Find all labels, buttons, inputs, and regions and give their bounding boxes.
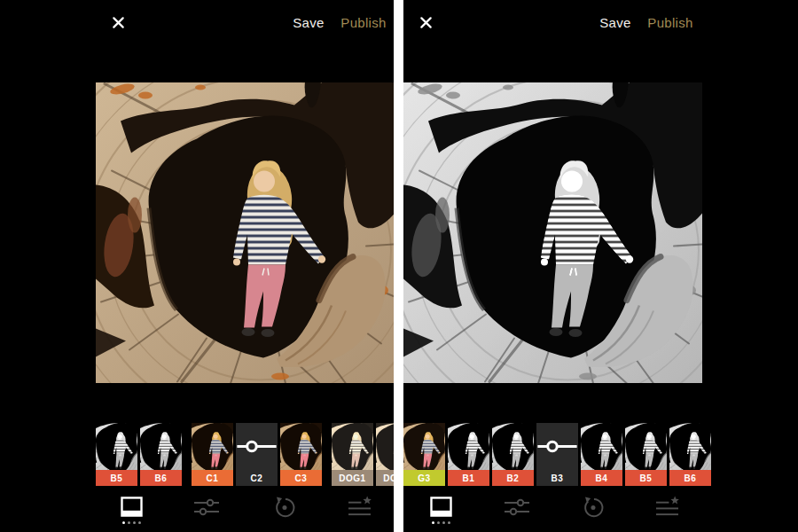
filter-label: C2: [251, 473, 263, 483]
adjust-sliders-icon[interactable]: [502, 495, 532, 530]
filter-tile-b6[interactable]: B6: [669, 423, 711, 486]
filter-strength-slider-icon: [536, 423, 578, 470]
bottom-toolbar: [0, 489, 394, 532]
editor-panel-left: Save Publish B5B6C1C2C3DOG1DOG2: [0, 0, 394, 532]
filter-strip: G3B1B2B3B4B5B6: [403, 423, 798, 487]
filter-tile-c1[interactable]: C1: [192, 423, 233, 486]
filter-label: B1: [463, 473, 475, 483]
filter-thumbnail-image: [581, 423, 622, 470]
filter-thumbnail-image: [669, 423, 711, 470]
filter-label: C1: [207, 473, 219, 483]
close-icon[interactable]: [416, 12, 435, 32]
filter-label: DOG2: [383, 473, 394, 483]
recipes-star-icon[interactable]: [652, 495, 682, 530]
filter-strength-slider-icon: [236, 423, 278, 470]
close-icon[interactable]: [108, 12, 128, 32]
presets-icon: [430, 495, 452, 519]
filter-thumbnail-image: [376, 423, 394, 470]
publish-button[interactable]: Publish: [340, 15, 386, 30]
filter-tile-b6[interactable]: B6: [140, 423, 182, 486]
filter-tile-b3-selected[interactable]: B3: [536, 423, 578, 486]
filter-tile-b1[interactable]: B1: [448, 423, 489, 486]
photo-preview-bw: [403, 82, 702, 383]
filter-strip: B5B6C1C2C3DOG1DOG2: [0, 423, 394, 487]
filter-tile-c2-selected[interactable]: C2: [236, 423, 278, 486]
bottom-toolbar: [403, 489, 798, 532]
editor-panel-right: Save Publish G3B1B2B3B4B5B6: [403, 0, 798, 532]
filter-thumbnail-image: [192, 423, 233, 470]
filter-label: B4: [596, 473, 608, 483]
panel-divider: [394, 0, 403, 532]
filter-thumbnail-image: [332, 423, 373, 470]
adjust-sliders-icon: [193, 495, 220, 519]
filter-tile-g3[interactable]: G3: [403, 423, 445, 486]
page-indicator-dots: [122, 521, 141, 524]
filter-thumbnail-image: [280, 423, 322, 470]
filter-label: B5: [111, 473, 123, 483]
filter-tile-dog2[interactable]: DOG2: [376, 423, 394, 486]
publish-button[interactable]: Publish: [647, 15, 692, 30]
recipes-star-icon: [654, 495, 680, 519]
presets-icon[interactable]: [116, 495, 146, 530]
undo-history-icon[interactable]: [577, 495, 607, 530]
filter-thumbnail-image: [140, 423, 182, 470]
undo-history-icon: [581, 495, 605, 519]
filter-thumbnail-image: [448, 423, 489, 470]
filter-label: B6: [155, 473, 168, 483]
undo-history-icon[interactable]: [269, 495, 299, 530]
filter-label: B3: [552, 473, 564, 483]
filter-label: G3: [418, 473, 430, 483]
topbar: Save Publish: [403, 0, 798, 44]
filter-thumbnail-image: [96, 423, 137, 470]
photo-preview-color: [96, 82, 394, 383]
page-indicator-dots: [432, 521, 450, 524]
filter-label: B2: [507, 473, 520, 483]
filter-thumbnail-image: [492, 423, 534, 470]
save-button[interactable]: Save: [599, 15, 630, 30]
filter-label: DOG1: [339, 473, 365, 483]
filter-label: B5: [640, 473, 653, 483]
filter-tile-b5[interactable]: B5: [96, 423, 137, 486]
presets-icon: [121, 495, 143, 519]
filter-thumbnail-image: [403, 423, 445, 470]
undo-history-icon: [272, 495, 296, 519]
topbar: Save Publish: [0, 0, 394, 44]
adjust-sliders-icon[interactable]: [192, 495, 222, 530]
save-button[interactable]: Save: [293, 15, 324, 30]
filter-tile-b5[interactable]: B5: [625, 423, 667, 486]
filter-tile-b4[interactable]: B4: [581, 423, 622, 486]
filter-tile-dog1[interactable]: DOG1: [332, 423, 373, 486]
recipes-star-icon: [347, 495, 372, 519]
recipes-star-icon[interactable]: [344, 495, 374, 530]
vsco-editor-comparison: Save Publish B5B6C1C2C3DOG1DOG2 Save Pub…: [0, 0, 798, 532]
filter-label: B6: [685, 473, 697, 483]
filter-tile-b2[interactable]: B2: [492, 423, 534, 486]
filter-tile-c3[interactable]: C3: [280, 423, 322, 486]
presets-icon[interactable]: [426, 495, 456, 530]
filter-label: C3: [295, 473, 308, 483]
adjust-sliders-icon: [504, 495, 530, 519]
filter-thumbnail-image: [625, 423, 667, 470]
